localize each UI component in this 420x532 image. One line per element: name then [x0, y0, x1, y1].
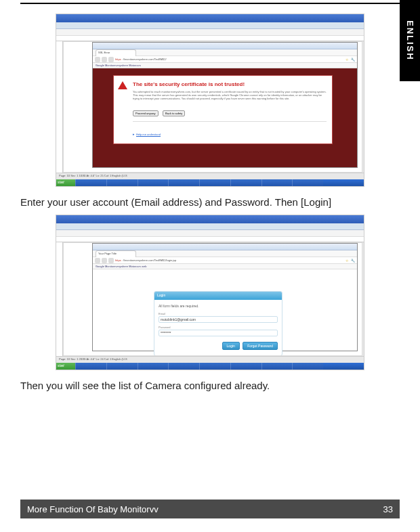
- divider: [133, 121, 327, 122]
- nav-forward-icon[interactable]: [102, 57, 107, 62]
- ssl-warning-card: The site's security certificate is not t…: [113, 75, 333, 144]
- bookmarks-bar: Google Monitoreverywhere Motorcam: [93, 63, 357, 68]
- ruler-vertical: [56, 242, 63, 356]
- ruler-vertical: [56, 41, 63, 173]
- app-toolbar: [56, 22, 364, 29]
- document-canvas: SSL Error https ://monitoreverywhere.com…: [63, 41, 362, 173]
- settings-wrench-icon[interactable]: 🔧: [351, 58, 355, 62]
- ruler-horizontal: [56, 237, 364, 242]
- warning-title: The site's security certificate is not t…: [133, 81, 327, 87]
- warning-text: You attempted to reach monitoreverywhere…: [133, 90, 327, 101]
- login-button[interactable]: Login: [222, 342, 240, 350]
- browser-tab[interactable]: Your Page Title: [96, 250, 136, 257]
- taskbar-items: [75, 363, 323, 370]
- windows-taskbar: start: [56, 179, 364, 186]
- email-field[interactable]: [159, 316, 278, 323]
- login-header: Login: [154, 292, 282, 300]
- document-canvas: Your Page Title https ://monitoreverywhe…: [63, 242, 362, 356]
- bookmark-star-icon[interactable]: ☆: [345, 259, 350, 263]
- address-bar[interactable]: https ://monitoreverywhere.com/TexBM02/ …: [93, 56, 357, 63]
- login-page: Login All form fields are required. Emai…: [93, 269, 357, 351]
- app-toolbar: [56, 223, 364, 230]
- settings-wrench-icon[interactable]: 🔧: [351, 259, 355, 263]
- nav-reload-icon[interactable]: [108, 258, 114, 263]
- page-footer: More Function Of Baby Monitorvv 33: [20, 500, 400, 518]
- bookmarks-bar: Google Monitoreverywhere Motorcam web: [93, 264, 357, 269]
- system-tray: [323, 179, 364, 186]
- instruction-login: Enter your user account (Email address) …: [20, 196, 400, 208]
- browser-tabs: Your Page Title: [93, 250, 357, 257]
- password-label: Password: [159, 326, 278, 329]
- login-panel: Login All form fields are required. Emai…: [154, 291, 282, 356]
- https-warn-icon: https: [115, 259, 121, 262]
- back-to-safety-button[interactable]: Back to safety: [163, 110, 185, 116]
- warning-triangle-icon: [118, 81, 127, 89]
- browser-titlebar: [93, 43, 357, 49]
- status-bar: Page: 10 Sec: 1 20/39 At: 4.6" Ln: 24 Co…: [56, 356, 364, 363]
- proceed-anyway-button[interactable]: Proceed anyway: [133, 110, 159, 116]
- start-button[interactable]: start: [56, 363, 75, 370]
- nav-forward-icon[interactable]: [102, 258, 107, 263]
- browser-tabs: SSL Error: [93, 49, 357, 56]
- ssl-error-page: The site's security certificate is not t…: [93, 68, 357, 167]
- nav-back-icon[interactable]: [95, 57, 100, 62]
- nav-back-icon[interactable]: [95, 258, 100, 263]
- help-understand-link[interactable]: Help me understand: [136, 133, 161, 136]
- forgot-password-button[interactable]: Forgot Password: [243, 342, 278, 350]
- bookmark-star-icon[interactable]: ☆: [345, 58, 350, 62]
- footer-page-number: 33: [383, 504, 393, 514]
- windows-taskbar: start: [56, 363, 364, 370]
- ruler-horizontal: [56, 36, 364, 41]
- taskbar-items: [75, 179, 323, 186]
- footer-section-title: More Function Of Baby Monitorvv: [27, 504, 159, 514]
- window-titlebar: [56, 215, 364, 223]
- app-toolbar-2: [56, 29, 364, 36]
- url-text: ://monitoreverywhere.com/TexBM02/login.j…: [123, 259, 344, 262]
- app-toolbar-2: [56, 230, 364, 237]
- required-message: All form fields are required.: [159, 304, 278, 308]
- screenshot-ssl-warning: SSL Error https ://monitoreverywhere.com…: [56, 14, 364, 187]
- nav-reload-icon[interactable]: [108, 57, 114, 62]
- instruction-camera-list: Then you will see the list of Camera con…: [20, 380, 400, 391]
- screenshot-login-page: Your Page Title https ://monitoreverywhe…: [56, 215, 364, 370]
- browser-titlebar: [93, 244, 357, 250]
- start-button[interactable]: start: [56, 179, 75, 186]
- system-tray: [323, 363, 364, 370]
- address-bar[interactable]: https ://monitoreverywhere.com/TexBM02/l…: [93, 257, 357, 264]
- email-label: Email: [159, 312, 278, 315]
- expand-caret-icon[interactable]: ▸: [133, 132, 135, 136]
- embedded-browser: SSL Error https ://monitoreverywhere.com…: [92, 42, 358, 168]
- language-tab: ENLISH: [400, 0, 420, 81]
- url-text: ://monitoreverywhere.com/TexBM02/: [123, 58, 344, 61]
- embedded-browser: Your Page Title https ://monitoreverywhe…: [92, 243, 358, 351]
- https-warn-icon: https: [115, 58, 121, 61]
- browser-tab[interactable]: SSL Error: [96, 49, 136, 56]
- window-titlebar: [56, 14, 364, 22]
- status-bar: Page: 10 Sec: 1 10/30 At: 4.6" Ln: 25 Co…: [56, 173, 364, 179]
- password-field[interactable]: [159, 330, 278, 336]
